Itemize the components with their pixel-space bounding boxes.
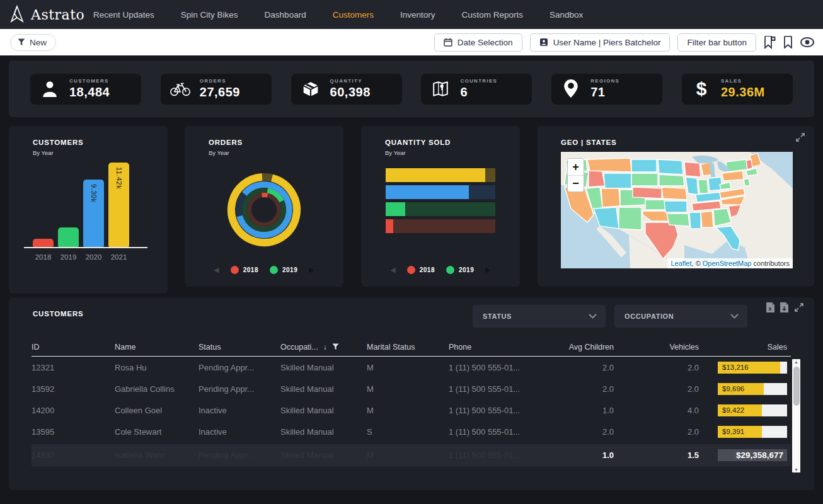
attribution-sep: , © bbox=[692, 260, 703, 267]
nav-item-dashboard[interactable]: Dashboard bbox=[265, 10, 306, 20]
legend-next-arrow[interactable]: ▶ bbox=[309, 266, 314, 274]
sales-bar: $9,696 bbox=[718, 383, 787, 395]
hbar-2020[interactable] bbox=[386, 185, 495, 199]
new-filter-chip[interactable]: New bbox=[10, 34, 56, 51]
legend-item-2019[interactable]: 2019 bbox=[446, 266, 474, 274]
cell-name: Colleen Goel bbox=[115, 406, 199, 415]
filter-funnel-icon[interactable] bbox=[332, 343, 339, 350]
nav-item-sandbox[interactable]: Sandbox bbox=[550, 10, 583, 20]
table-scrollbar[interactable]: ▲ ▼ bbox=[792, 359, 800, 472]
kpi-sales: $ SALES 29.36M bbox=[682, 74, 793, 105]
nav-item-recent-updates[interactable]: Recent Updates bbox=[93, 10, 154, 20]
cell-marital: M bbox=[367, 384, 449, 394]
legend-label: 2018 bbox=[243, 266, 258, 273]
dollar-icon: $ bbox=[691, 78, 712, 100]
col-header-marital[interactable]: Marital Status bbox=[367, 343, 449, 352]
kpi-value: 60,398 bbox=[330, 85, 371, 100]
user-name-button[interactable]: User Name | Piers Batchelor bbox=[530, 33, 670, 52]
bookmark-icon[interactable] bbox=[783, 36, 793, 49]
expand-icon[interactable] bbox=[795, 132, 805, 145]
col-header-name[interactable]: Name bbox=[115, 343, 199, 352]
col-header-occupation[interactable]: Occupati... ↓ bbox=[280, 343, 367, 352]
hbar-fill bbox=[386, 219, 393, 233]
horizontal-bar-chart[interactable] bbox=[386, 168, 495, 236]
col-header-phone[interactable]: Phone bbox=[449, 343, 543, 352]
hbar-2021[interactable] bbox=[386, 168, 495, 182]
cell-occupation: Skilled Manual bbox=[280, 384, 367, 394]
scroll-down-arrow[interactable]: ▼ bbox=[792, 467, 800, 472]
date-selection-button[interactable]: Date Selection bbox=[434, 33, 522, 52]
legend-item-2018[interactable]: 2018 bbox=[407, 266, 435, 274]
bar-2019[interactable] bbox=[58, 227, 79, 247]
cell-vehicles: 4.0 bbox=[618, 406, 703, 415]
kpi-strip: CUSTOMERS 18,484 ORDERS 27,659 QUANTITY … bbox=[9, 60, 814, 117]
chart-subtitle: By Year bbox=[385, 149, 520, 156]
table-header-row: ID Name Status Occupati... ↓ Marital Sta… bbox=[32, 338, 791, 357]
sort-descending-icon[interactable]: ↓ bbox=[323, 343, 327, 352]
legend-next-arrow[interactable]: ▶ bbox=[485, 266, 490, 274]
orders-by-year-chart-panel: ORDERS By Year ◀ 2018 2019 bbox=[185, 126, 343, 287]
leaflet-link[interactable]: Leaflet bbox=[671, 260, 692, 267]
chart-subtitle: By Year bbox=[33, 149, 168, 156]
nav-item-inventory[interactable]: Inventory bbox=[400, 10, 435, 20]
attribution-tail: contributors bbox=[751, 260, 790, 267]
scroll-up-arrow[interactable]: ▲ bbox=[792, 360, 800, 364]
brand-name: Astrato bbox=[31, 7, 84, 23]
leaflet-map[interactable]: + − Leaflet, © OpenStreetMap contributor… bbox=[561, 152, 793, 268]
funnel-icon bbox=[18, 38, 25, 46]
scrollbar-thumb[interactable] bbox=[793, 367, 800, 406]
nav-item-custom-reports[interactable]: Custom Reports bbox=[461, 10, 523, 20]
nav-item-spin-city-bikes[interactable]: Spin City Bikes bbox=[181, 10, 238, 20]
cell-avg-children: 2.0 bbox=[543, 384, 618, 394]
legend-item-2019[interactable]: 2019 bbox=[270, 266, 297, 274]
expand-icon[interactable] bbox=[794, 302, 804, 315]
tick-2020: 2020 bbox=[83, 253, 104, 261]
col-header-id[interactable]: ID bbox=[32, 343, 115, 352]
table-row[interactable]: 13592 Gabriella Collins Pending Appr... … bbox=[32, 378, 791, 399]
bar-chart[interactable]: 9.30k 11.42k 2018 2019 2020 2021 bbox=[24, 161, 156, 261]
tick-2018: 2018 bbox=[33, 253, 54, 261]
table-row[interactable]: 13595 Cole Stewart Inactive Skilled Manu… bbox=[32, 421, 791, 442]
col-header-vehicles[interactable]: Vehicles bbox=[618, 343, 703, 352]
status-dropdown[interactable]: STATUS bbox=[473, 305, 606, 328]
cell-phone: 1 (11) 500 555-01... bbox=[449, 427, 543, 437]
zoom-in-button[interactable]: + bbox=[568, 159, 584, 175]
nav-item-customers[interactable]: Customers bbox=[333, 10, 374, 20]
table-row[interactable]: 14200 Colleen Goel Inactive Skilled Manu… bbox=[32, 399, 791, 421]
cell-phone: 1 (11) 500 555-01... bbox=[449, 363, 543, 372]
legend-item-2018[interactable]: 2018 bbox=[231, 266, 258, 274]
brand-logo[interactable]: Astrato bbox=[0, 5, 82, 24]
hbar-fill bbox=[386, 202, 405, 216]
eye-icon[interactable] bbox=[800, 37, 814, 47]
legend-prev-arrow[interactable]: ◀ bbox=[214, 266, 219, 274]
occupation-dropdown[interactable]: OCCUPATION bbox=[614, 305, 747, 328]
kpi-label: REGIONS bbox=[590, 78, 619, 84]
table-row[interactable]: 12321 Rosa Hu Pending Appr... Skilled Ma… bbox=[32, 357, 791, 378]
bar-2021[interactable]: 11.42k bbox=[108, 163, 129, 247]
bookmark-add-icon[interactable] bbox=[764, 36, 776, 49]
cell-occupation: Skilled Manual bbox=[280, 363, 367, 372]
donut-chart[interactable] bbox=[210, 156, 318, 266]
col-header-status[interactable]: Status bbox=[199, 343, 280, 352]
package-icon bbox=[300, 80, 321, 98]
col-header-avg-children[interactable]: Avg Children bbox=[543, 343, 618, 352]
bar-2020[interactable]: 9.30k bbox=[83, 180, 104, 247]
kpi-countries: COUNTRIES 6 bbox=[421, 74, 532, 105]
osm-link[interactable]: OpenStreetMap bbox=[703, 260, 752, 267]
cell-occupation: Skilled Manual bbox=[280, 406, 367, 415]
col-header-sales[interactable]: Sales bbox=[703, 343, 791, 352]
cell-status: Inactive bbox=[199, 427, 280, 437]
cell-name: Gabriella Collins bbox=[115, 384, 199, 394]
export-file-icon[interactable] bbox=[780, 302, 788, 315]
chart-legend: ◀ 2018 2019 ▶ bbox=[185, 266, 343, 274]
legend-prev-arrow[interactable]: ◀ bbox=[390, 266, 395, 274]
hbar-2019[interactable] bbox=[386, 202, 495, 216]
export-excel-icon[interactable]: X bbox=[766, 302, 774, 315]
filter-bar-button[interactable]: Filter bar button bbox=[677, 33, 756, 52]
bar-2018[interactable] bbox=[33, 239, 54, 247]
cell-marital: M bbox=[367, 363, 449, 372]
top-navigation: Astrato Recent Updates Spin City Bikes D… bbox=[0, 0, 823, 29]
hbar-2018[interactable] bbox=[386, 219, 495, 233]
table-totals-row: 14830 Isabella Ward Pending Appr... Skil… bbox=[32, 444, 791, 466]
zoom-out-button[interactable]: − bbox=[568, 175, 584, 192]
